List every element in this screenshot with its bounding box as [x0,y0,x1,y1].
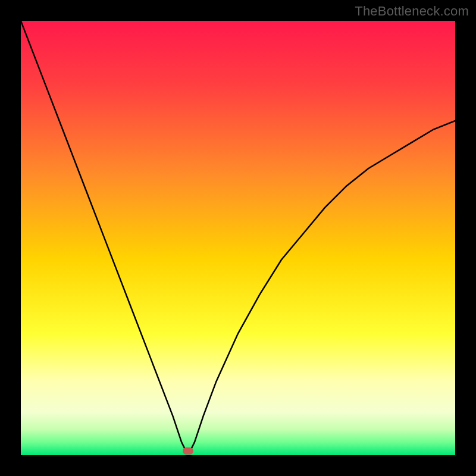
bottleneck-curve [21,21,455,455]
watermark-text: TheBottleneck.com [355,4,469,19]
optimal-point-marker [183,447,193,455]
chart-frame: TheBottleneck.com [0,0,476,476]
plot-area [21,21,455,455]
